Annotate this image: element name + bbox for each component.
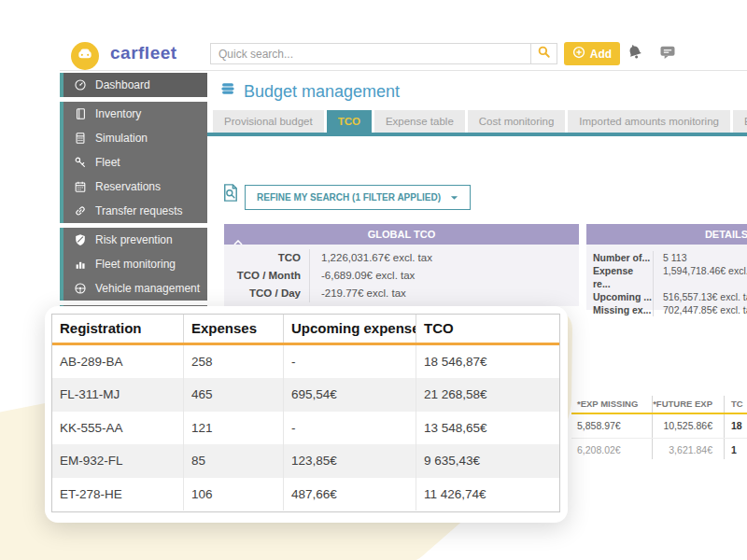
tco-cell: 11 426,74€ bbox=[416, 478, 559, 511]
sidebar-item-transfer-requests[interactable]: Transfer requests bbox=[60, 199, 207, 223]
upcoming-expenses-cell: 123,85€ bbox=[283, 444, 416, 477]
vehicle-table-header: Registration Expenses Upcoming expenses … bbox=[52, 315, 559, 345]
sidebar-item-label: Simulation bbox=[95, 132, 148, 145]
tco-day-row: TCO / Day -219.77€ excl. tax bbox=[224, 285, 579, 302]
chevron-up-icon bbox=[233, 231, 243, 252]
tab-cost-monitoring[interactable]: Cost monitoring bbox=[468, 110, 566, 133]
tco-month-row: TCO / Month -6,689.09€ excl. tax bbox=[224, 267, 579, 285]
vehicle-tco-table: Registration Expenses Upcoming expenses … bbox=[51, 314, 560, 512]
sidebar-item-inventory[interactable]: Inventory bbox=[60, 102, 207, 126]
sidebar-item-dashboard[interactable]: Dashboard bbox=[60, 73, 207, 97]
registration-cell: KK-555-AA bbox=[52, 412, 183, 444]
mini-table-header: *EXP MISSING *FUTURE EXP TC bbox=[571, 396, 747, 414]
details-row: Number of... 5 113 bbox=[586, 251, 747, 264]
carfleet-logo[interactable] bbox=[71, 42, 99, 70]
brand-name: carfleet bbox=[110, 43, 177, 63]
tab-tco[interactable]: TCO bbox=[327, 110, 372, 133]
sidebar-item-reservations[interactable]: Reservations bbox=[60, 175, 207, 199]
table-row[interactable]: 6,208.02€ 3,621.84€ 1 bbox=[571, 439, 747, 459]
shield-icon bbox=[74, 233, 87, 246]
caret-down-icon bbox=[450, 192, 458, 203]
search-input[interactable] bbox=[211, 44, 530, 63]
table-row[interactable]: FL-311-MJ 465 695,54€ 21 268,58€ bbox=[52, 378, 559, 411]
sidebar-item-label: Risk prevention bbox=[95, 233, 173, 246]
table-row[interactable]: KK-555-AA 121 - 13 548,65€ bbox=[52, 412, 559, 444]
calendar-icon bbox=[74, 180, 87, 193]
simulation-icon bbox=[74, 132, 87, 145]
table-row[interactable]: ET-278-HE 106 487,66€ 11 426,74€ bbox=[52, 478, 559, 511]
sidebar-item-vehicle-management[interactable]: Vehicle management bbox=[60, 276, 207, 301]
tco-cell: 21 268,58€ bbox=[416, 378, 559, 411]
expenses-cell: 258 bbox=[183, 345, 283, 378]
expenses-cell: 106 bbox=[183, 478, 283, 511]
registration-cell: EM-932-FL bbox=[52, 444, 183, 477]
tco-row: TCO 1,226,031.67€ excl. tax bbox=[224, 249, 579, 267]
upcoming-expenses-cell: 487,66€ bbox=[283, 478, 416, 511]
tco-cell: 18 546,87€ bbox=[416, 345, 559, 378]
budget-tabs: Provisional budget TCO Expense table Cos… bbox=[213, 110, 747, 133]
inventory-icon bbox=[74, 107, 87, 120]
active-tab-underline bbox=[207, 133, 747, 136]
sidebar-item-risk-prevention[interactable]: Risk prevention bbox=[60, 228, 207, 252]
add-button[interactable]: Add bbox=[564, 42, 620, 65]
notifications-button[interactable] bbox=[624, 44, 646, 64]
details-body: Number of... 5 113 Expense re... 1,594,7… bbox=[586, 245, 747, 310]
sidebar-item-label: Fleet bbox=[95, 156, 120, 169]
table-row[interactable]: 5,858.97€ 10,525.86€ 18 bbox=[571, 414, 747, 439]
registration-cell: FL-311-MJ bbox=[52, 378, 183, 411]
bar-chart-icon bbox=[74, 258, 87, 271]
upcoming-expenses-cell: 695,54€ bbox=[283, 378, 416, 411]
dashboard-icon bbox=[74, 78, 87, 91]
sidebar-item-label: Dashboard bbox=[95, 78, 150, 91]
sidebar-item-label: Inventory bbox=[95, 107, 141, 120]
sidebar-item-fleet[interactable]: Fleet bbox=[60, 150, 207, 175]
global-tco-panel: GLOBAL TCO TCO 1,226,031.67€ excl. tax T… bbox=[224, 224, 579, 306]
sidebar: Dashboard Inventory Simulation bbox=[60, 73, 207, 319]
sidebar-item-fleet-monitoring[interactable]: Fleet monitoring bbox=[60, 252, 207, 276]
details-panel: DETAILS Number of... 5 113 Expense re...… bbox=[586, 224, 747, 310]
bell-icon bbox=[626, 43, 644, 65]
car-icon bbox=[76, 45, 94, 67]
chat-bubble-icon bbox=[658, 43, 677, 65]
search-icon bbox=[537, 45, 551, 63]
global-tco-header[interactable]: GLOBAL TCO bbox=[224, 224, 579, 245]
expenses-cell: 121 bbox=[183, 412, 283, 444]
document-search-icon bbox=[219, 182, 241, 207]
details-row: Expense re... 1,594,718.46€ excl. tax bbox=[586, 264, 747, 290]
upcoming-expenses-cell: - bbox=[283, 412, 416, 444]
sidebar-item-simulation[interactable]: Simulation bbox=[60, 126, 207, 150]
vehicle-tco-card: Registration Expenses Upcoming expenses … bbox=[45, 306, 568, 523]
registration-cell: ET-278-HE bbox=[52, 478, 183, 511]
tab-expense-table[interactable]: Expense table bbox=[374, 110, 465, 133]
tab-imported-amounts-monitoring[interactable]: Imported amounts monitoring bbox=[568, 110, 730, 133]
table-row[interactable]: AB-289-BA 258 - 18 546,87€ bbox=[52, 345, 559, 378]
expenses-cell: 465 bbox=[183, 378, 283, 411]
quick-search bbox=[210, 43, 557, 64]
table-row[interactable]: EM-932-FL 85 123,85€ 9 635,43€ bbox=[52, 444, 559, 477]
tab-provisional-budget[interactable]: Provisional budget bbox=[213, 110, 324, 133]
global-tco-body: TCO 1,226,031.67€ excl. tax TCO / Month … bbox=[224, 245, 579, 306]
messages-button[interactable] bbox=[656, 44, 679, 64]
steering-wheel-icon bbox=[74, 282, 87, 295]
expenses-mini-table: *EXP MISSING *FUTURE EXP TC 5,858.97€ 10… bbox=[571, 396, 747, 459]
sidebar-item-label: Transfer requests bbox=[95, 204, 183, 217]
refine-search-button[interactable]: REFINE MY SEARCH (1 FILTER APPLIED) bbox=[245, 185, 471, 210]
app-window: carfleet Add bbox=[0, 0, 747, 560]
key-icon bbox=[74, 156, 87, 169]
upcoming-expenses-cell: - bbox=[283, 345, 416, 378]
sidebar-item-label: Reservations bbox=[95, 180, 161, 193]
tab-expense-report[interactable]: Expense report bbox=[733, 110, 747, 133]
top-bar: carfleet Add bbox=[60, 37, 747, 71]
registration-cell: AB-289-BA bbox=[52, 345, 183, 378]
details-header[interactable]: DETAILS bbox=[586, 224, 747, 245]
sidebar-item-label: Vehicle management bbox=[95, 282, 200, 295]
page-title: Budget management bbox=[219, 81, 400, 103]
details-row: Missing ex... 702,447.85€ excl. tax bbox=[586, 303, 747, 316]
plus-circle-icon bbox=[572, 46, 585, 62]
link-icon bbox=[74, 204, 87, 217]
tco-cell: 9 635,43€ bbox=[416, 444, 559, 477]
details-row: Upcoming ... 516,557.13€ excl. tax bbox=[586, 290, 747, 303]
tco-cell: 13 548,65€ bbox=[416, 412, 559, 444]
search-button[interactable] bbox=[530, 44, 557, 63]
add-button-label: Add bbox=[590, 48, 612, 61]
